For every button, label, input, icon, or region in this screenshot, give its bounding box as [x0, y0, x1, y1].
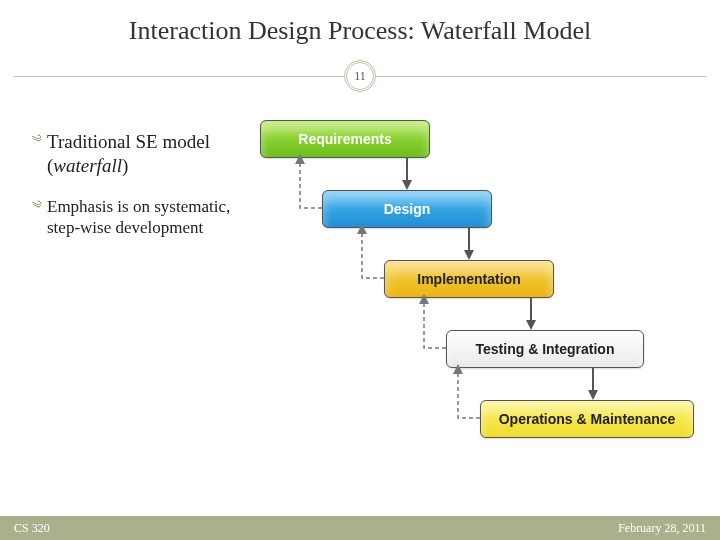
bullet-main-suffix: ) [122, 155, 128, 176]
page-title: Interaction Design Process: Waterfall Mo… [0, 0, 720, 54]
stage-design: Design [322, 190, 492, 228]
bullet-main-text: Traditional SE model (waterfall) [47, 130, 232, 178]
svg-marker-10 [419, 294, 429, 304]
arrow-feedback-1-0 [292, 150, 332, 210]
stage-operations-maintenance: Operations & Maintenance [480, 400, 694, 438]
bullet-sub-text: Emphasis is on systematic, step-wise dev… [47, 196, 232, 239]
arrow-forward-2-3 [524, 298, 538, 330]
svg-marker-7 [588, 390, 598, 400]
arrow-feedback-2-1 [354, 220, 394, 280]
slide-body: ༄ Traditional SE model (waterfall) ༄ Emp… [0, 110, 720, 510]
arrow-forward-0-1 [400, 158, 414, 190]
arrow-feedback-3-2 [416, 290, 456, 350]
arrow-feedback-4-3 [450, 360, 490, 420]
svg-marker-8 [295, 154, 305, 164]
bullet-main: ༄ Traditional SE model (waterfall) [32, 130, 232, 178]
bullet-sub: ༄ Emphasis is on systematic, step-wise d… [32, 196, 232, 239]
bullet-icon: ༄ [32, 130, 41, 152]
arrow-forward-3-4 [586, 368, 600, 400]
footer: CS 320 February 28, 2011 [0, 516, 720, 540]
svg-marker-11 [453, 364, 463, 374]
bullet-main-italic: waterfall [53, 155, 122, 176]
page-number-badge: 11 [344, 60, 376, 92]
svg-marker-9 [357, 224, 367, 234]
svg-marker-3 [464, 250, 474, 260]
footer-right: February 28, 2011 [618, 521, 706, 536]
stage-requirements: Requirements [260, 120, 430, 158]
bullet-list: ༄ Traditional SE model (waterfall) ༄ Emp… [32, 130, 232, 256]
footer-left: CS 320 [14, 521, 50, 536]
slide: Interaction Design Process: Waterfall Mo… [0, 0, 720, 540]
svg-marker-1 [402, 180, 412, 190]
waterfall-diagram: Requirements Design Implementation Testi… [250, 110, 700, 490]
title-rule: 11 [0, 58, 720, 94]
svg-marker-5 [526, 320, 536, 330]
bullet-icon: ༄ [32, 196, 41, 218]
arrow-forward-1-2 [462, 228, 476, 260]
stage-implementation: Implementation [384, 260, 554, 298]
